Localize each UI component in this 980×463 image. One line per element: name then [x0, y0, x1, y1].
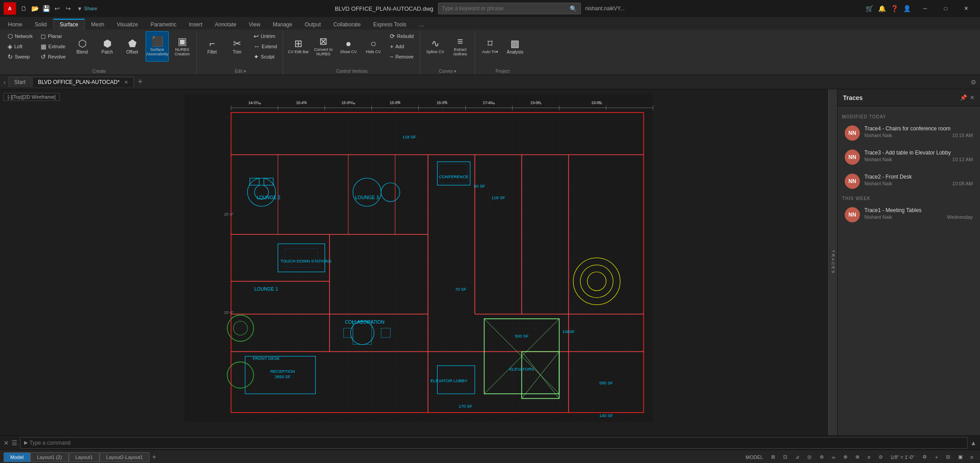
network-button[interactable]: ⬡ Network — [4, 31, 36, 41]
analysis-button[interactable]: ▩ Analysis — [504, 31, 527, 62]
redo-button[interactable]: ↪ — [63, 4, 73, 13]
layout-tab-layout1[interactable]: Layout1 — [69, 452, 100, 462]
status-otrack-icon[interactable]: ∞ — [829, 452, 838, 462]
status-tp-icon[interactable]: ⊘ — [876, 452, 886, 462]
tab-more[interactable]: … — [413, 20, 430, 29]
status-scale[interactable]: 1/8" = 1'-0" — [888, 452, 918, 462]
status-model[interactable]: MODEL — [742, 452, 766, 462]
bell-icon[interactable]: 🔔 — [876, 3, 887, 14]
tab-manage[interactable]: Manage — [267, 20, 298, 29]
spline-cv-button[interactable]: ∿ Spline CV — [424, 31, 447, 62]
status-dyn-icon[interactable]: ⊗ — [852, 452, 863, 462]
planar-button[interactable]: ◻ Planar — [38, 31, 69, 41]
tab-view[interactable]: View — [242, 20, 267, 29]
traces-close-button[interactable]: ✕ — [970, 94, 975, 101]
untrim-button[interactable]: ↩ Untrim — [250, 31, 280, 41]
add-cv-button[interactable]: + Add — [387, 42, 417, 51]
tab-close-icon[interactable]: ✕ — [124, 79, 128, 85]
layout-tab-layout1-2[interactable]: Layout1 (2) — [30, 452, 69, 462]
status-viewport-icon[interactable]: ▣ — [955, 452, 966, 462]
layout-tab-model[interactable]: Model — [4, 452, 30, 462]
tab-parametric[interactable]: Parametric — [144, 20, 183, 29]
offset-button[interactable]: ⬟ Offset — [121, 31, 144, 62]
close-button[interactable]: ✕ — [956, 0, 976, 17]
surface-associativity-button[interactable]: ⬛ SurfaceAssociativity — [146, 31, 169, 62]
cmd-options-button[interactable]: ☰ — [12, 439, 17, 446]
convert-nurbs-button[interactable]: ⊠ Convert to NURBS — [312, 31, 335, 62]
revolve-button[interactable]: ↺ Revolve — [38, 52, 69, 62]
extract-isolines-button[interactable]: ≡ Extract Isolines — [449, 31, 472, 62]
undo-button[interactable]: ↩ — [52, 4, 62, 13]
trace1-item[interactable]: NN Trace1 - Meeting Tables Nishant Naik … — [842, 204, 976, 226]
traces-vtab[interactable]: TRACES — [828, 89, 837, 435]
trim-button[interactable]: ✂ Trim — [225, 31, 249, 62]
status-more-icon[interactable]: ≡ — [967, 452, 976, 462]
extend-button[interactable]: ↔ Extend — [250, 42, 280, 51]
fillet-button[interactable]: ⌐ Fillet — [200, 31, 224, 62]
trace3-item[interactable]: NN Trace3 - Add table in Elevator Lobby … — [842, 146, 976, 168]
open-button[interactable]: 📂 — [30, 4, 40, 13]
tab-express[interactable]: Express Tools — [367, 20, 413, 29]
blend-button[interactable]: ⬡ Blend — [71, 31, 94, 62]
status-lw-icon[interactable]: ≡ — [864, 452, 873, 462]
tab-insert[interactable]: Insert — [183, 20, 209, 29]
trace4-item[interactable]: NN Trace4 - Chairs for conference room N… — [842, 122, 976, 144]
status-polar-icon[interactable]: ◎ — [804, 452, 815, 462]
status-layout-icon[interactable]: ⊟ — [943, 452, 953, 462]
search-input[interactable] — [442, 5, 570, 12]
tab-solid[interactable]: Solid — [29, 20, 53, 29]
cmd-clear-button[interactable]: ✕ — [4, 439, 9, 446]
show-cv-button[interactable]: ● Show CV — [337, 31, 360, 62]
share-button[interactable]: Share — [86, 4, 96, 13]
search-box[interactable]: 🔍 — [438, 3, 581, 14]
command-line[interactable]: ▶ — [20, 437, 967, 449]
user-icon[interactable]: 👤 — [901, 3, 912, 14]
tab-mesh[interactable]: Mesh — [85, 20, 110, 29]
add-layout-button[interactable]: + — [150, 453, 159, 461]
tab-collaborate[interactable]: Collaborate — [327, 20, 367, 29]
status-ducs-icon[interactable]: ⊕ — [840, 452, 851, 462]
tab-home[interactable]: Home — [2, 20, 29, 29]
status-plus-icon[interactable]: + — [932, 452, 941, 462]
start-tab[interactable]: Start — [8, 77, 31, 87]
new-tab-button[interactable]: + — [135, 77, 146, 88]
auto-trim-button[interactable]: ⌑ Auto Tri▾ — [479, 31, 502, 62]
trace2-item[interactable]: NN Trace2 - Front Desk Nishant Naik 10:0… — [842, 170, 976, 192]
help-icon[interactable]: ❓ — [889, 3, 900, 14]
floorplan-svg[interactable]: 14-2⁷⁄₁₆ 15-4¼ 15-3¹¹⁄₁₆ 15-3¾ 15-3¾ 17-… — [9, 94, 828, 422]
patch-button[interactable]: ⬢ Patch — [96, 31, 119, 62]
layout-tab-layout2[interactable]: Layout2-Layout1 — [100, 452, 150, 462]
search-icon[interactable]: 🔍 — [570, 5, 577, 12]
status-ortho-icon[interactable]: ⊿ — [792, 452, 802, 462]
status-gear-icon[interactable]: ⚙ — [919, 452, 930, 462]
rebuild-button[interactable]: ⟳ Rebuild — [387, 31, 417, 41]
maximize-button[interactable]: □ — [935, 0, 956, 17]
status-snap-icon[interactable]: ⊡ — [780, 452, 790, 462]
command-input[interactable] — [28, 440, 963, 446]
tab-left-arrow[interactable]: ‹ — [4, 79, 6, 86]
canvas-area[interactable]: [-][Top][2D Wireframe] — [0, 89, 837, 435]
minimize-button[interactable]: ─ — [915, 0, 935, 17]
remove-cv-button[interactable]: − Remove — [387, 52, 417, 62]
nurbs-creation-button[interactable]: ▣ NURBSCreation — [171, 31, 194, 62]
tab-output[interactable]: Output — [298, 20, 327, 29]
new-button[interactable]: 🗋 — [19, 4, 29, 13]
sweep-button[interactable]: ↻ Sweep — [4, 52, 36, 62]
sculpt-button[interactable]: ✦ Sculpt — [250, 52, 280, 62]
tab-settings-icon[interactable]: ⚙ — [971, 79, 976, 86]
hide-cv-button[interactable]: ○ Hide CV — [362, 31, 385, 62]
cmd-scroll-up[interactable]: ▲ — [970, 439, 976, 446]
status-osnap-icon[interactable]: ⊛ — [817, 452, 827, 462]
share-dropdown[interactable]: ▾ — [75, 4, 84, 13]
cart-icon[interactable]: 🛒 — [864, 3, 875, 14]
cv-edit-bar-button[interactable]: ⊞ CV Edit Bar — [287, 31, 310, 62]
tab-annotate[interactable]: Annotate — [209, 20, 242, 29]
tab-visualize[interactable]: Visualize — [110, 20, 144, 29]
save-button[interactable]: 💾 — [41, 4, 51, 13]
loft-button[interactable]: ◈ Loft — [4, 42, 36, 51]
status-grid-icon[interactable]: ⊞ — [768, 452, 778, 462]
main-doc-tab[interactable]: BLVD OFFICE_PLAN-AUTOCAD* ✕ — [32, 77, 134, 87]
extrude-button[interactable]: ▦ Extrude — [38, 42, 69, 51]
traces-pin-button[interactable]: 📌 — [960, 94, 967, 101]
tab-surface[interactable]: Surface — [53, 19, 85, 29]
